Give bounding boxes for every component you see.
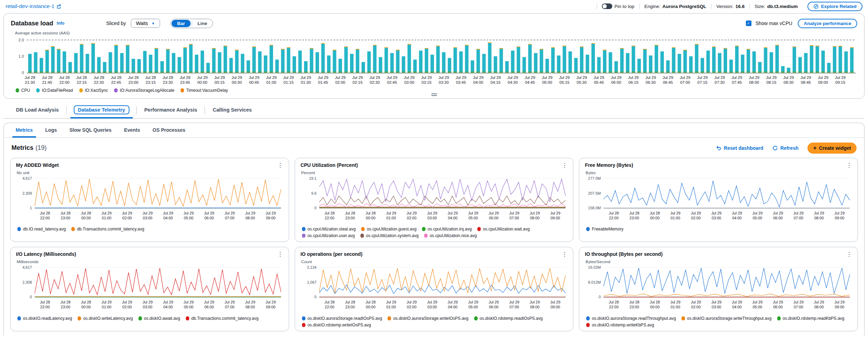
- svg-text:Jul 29: Jul 29: [163, 300, 173, 304]
- show-max-vcpu-checkbox[interactable]: ✓: [746, 21, 751, 26]
- legend-item[interactable]: os.cpuUtilization.guest.avg: [361, 227, 416, 232]
- subtab-os-processes[interactable]: OS Processes: [146, 123, 192, 137]
- legend-item[interactable]: os.diskIO.auroraStorage.writeThroughput.…: [682, 316, 772, 321]
- svg-text:Jul 29: Jul 29: [163, 211, 173, 215]
- legend-item[interactable]: IO:AuroraStorageLogAllocate: [114, 88, 174, 93]
- legend-item[interactable]: db.Transactions.commit_latency.avg: [186, 316, 258, 321]
- widget-menu-button[interactable]: ⋮: [559, 161, 570, 170]
- legend-label: db.Transactions.commit_latency.avg: [191, 316, 258, 321]
- svg-text:Jul 29: Jul 29: [245, 211, 255, 215]
- legend-item[interactable]: os.diskIO.rdstemp.readIOsPS.avg: [474, 316, 543, 321]
- svg-text:Jul 29: Jul 29: [184, 211, 194, 215]
- instance-title-link[interactable]: retail-dev-instance-1: [6, 3, 61, 9]
- analyze-performance-button[interactable]: Analyze performance: [798, 19, 857, 28]
- legend-item[interactable]: os.cpuUtilization.irq.avg: [422, 227, 472, 232]
- widget-chart[interactable]: 277.0M207.5M158.0MJul 2822:00Jul 2823:00…: [585, 175, 852, 226]
- svg-text:00:15: 00:15: [215, 80, 225, 84]
- tab-performance-analysis[interactable]: Performance Analysis: [137, 103, 205, 117]
- widget-chart[interactable]: 2,1341,0670Jul 2822:00Jul 2823:00Jul 280…: [301, 264, 568, 315]
- legend-label: os.cpuUtilization.guest.avg: [367, 227, 416, 232]
- legend-item[interactable]: os.diskIO.readLatency.avg: [17, 316, 72, 321]
- refresh-button[interactable]: Refresh: [772, 145, 798, 151]
- refresh-icon: [772, 145, 778, 151]
- svg-text:Jul 28: Jul 28: [40, 211, 50, 215]
- legend-item[interactable]: IO:XactSync: [79, 88, 108, 93]
- svg-text:09:00: 09:00: [818, 80, 828, 84]
- widget-chart[interactable]: 4,6172,3091Jul 2822:00Jul 2823:00Jul 280…: [16, 175, 283, 226]
- metrics-count: (19): [35, 144, 47, 152]
- svg-text:02:00: 02:00: [407, 305, 416, 309]
- legend-item[interactable]: os.cpuUtilization.system.avg: [360, 233, 419, 238]
- svg-text:Jul 29: Jul 29: [266, 211, 276, 215]
- subtab-slow-sql-queries[interactable]: Slow SQL Queries: [63, 123, 118, 137]
- svg-text:07:45: 07:45: [732, 80, 742, 84]
- database-load-controls: ✓ Show max vCPU Analyze performance: [746, 19, 857, 28]
- svg-text:07:00: 07:00: [794, 216, 803, 220]
- subtab-metrics[interactable]: Metrics: [9, 123, 39, 137]
- legend-item[interactable]: CPU: [16, 88, 30, 93]
- legend-color-chip: [17, 316, 21, 320]
- svg-text:23:45: 23:45: [180, 80, 190, 84]
- sliced-by-dropdown[interactable]: Waits ▼: [131, 19, 160, 28]
- legend-item[interactable]: IO:DataFileRead: [36, 88, 73, 93]
- widget-menu-button[interactable]: ⋮: [559, 250, 570, 259]
- legend-item[interactable]: FreeableMemory: [586, 227, 623, 232]
- explore-related-button[interactable]: Explore Related: [807, 2, 862, 11]
- subtab-logs[interactable]: Logs: [39, 123, 63, 137]
- database-load-chart[interactable]: 2.01.00Jul 2821:30Jul 2821:45Jul 2822:00…: [11, 36, 857, 88]
- svg-text:04:00: 04:00: [164, 216, 173, 220]
- widget-chart[interactable]: 19.19.60Jul 2822:00Jul 2823:00Jul 2800:0…: [301, 175, 568, 226]
- widget-unit-label: Milliseconds: [17, 260, 283, 264]
- info-link[interactable]: Info: [57, 21, 64, 26]
- legend-item[interactable]: os.cpuUtilization.nice.avg: [424, 233, 477, 238]
- widget-menu-button[interactable]: ⋮: [843, 161, 855, 170]
- legend-item[interactable]: os.cpuUtilization.wait.avg: [477, 227, 530, 232]
- svg-text:0: 0: [22, 71, 24, 75]
- tab-label: Logs: [45, 127, 57, 133]
- bar-toggle-option[interactable]: Bar: [172, 20, 191, 27]
- svg-text:23:00: 23:00: [128, 80, 138, 84]
- legend-item[interactable]: os.diskIO.rdstemp.writeKbPS.avg: [586, 323, 654, 327]
- pin-to-top-toggle[interactable]: [602, 3, 612, 9]
- widget-menu-button[interactable]: ⋮: [274, 250, 286, 259]
- legend-item[interactable]: os.diskIO.auroraStorage.readIOsPS.avg: [302, 316, 382, 321]
- legend-color-chip: [302, 316, 305, 320]
- legend-item[interactable]: os.diskIO.rdstemp.readKbPS.avg: [777, 316, 844, 321]
- svg-text:Jul 29: Jul 29: [783, 75, 794, 80]
- legend-item[interactable]: os.diskIO.auroraStorage.readThroughput.a…: [586, 316, 676, 321]
- svg-text:06:00: 06:00: [773, 216, 783, 220]
- svg-text:05:30: 05:30: [577, 80, 587, 84]
- legend-item[interactable]: db.IO.read_latency.avg: [17, 227, 66, 232]
- instance-title: retail-dev-instance-1: [6, 3, 54, 9]
- widget-chart[interactable]: 16.02M8.012M0Jul 2822:00Jul 2823:00Jul 2…: [585, 264, 852, 315]
- create-widget-button[interactable]: + Create widget: [807, 143, 857, 154]
- tab-database-telemetry[interactable]: Database Telemetry: [67, 102, 136, 118]
- legend-item[interactable]: os.diskIO.rdstemp.writeIOsPS.avg: [302, 323, 371, 327]
- reset-dashboard-button[interactable]: Reset dashboard: [716, 145, 764, 151]
- legend-item[interactable]: Timeout:VacuumDelay: [181, 88, 228, 93]
- subtab-events[interactable]: Events: [118, 123, 146, 137]
- legend-item[interactable]: os.diskIO.await.avg: [138, 316, 180, 321]
- legend-label: os.diskIO.auroraStorage.readIOsPS.avg: [308, 316, 382, 321]
- svg-text:Jul 29: Jul 29: [214, 75, 225, 80]
- svg-text:02:00: 02:00: [122, 216, 132, 220]
- widget-menu-button[interactable]: ⋮: [843, 250, 855, 259]
- svg-text:Jul 28: Jul 28: [609, 211, 619, 215]
- svg-text:0: 0: [599, 295, 601, 299]
- legend-color-chip: [138, 316, 142, 320]
- legend-item[interactable]: os.diskIO.auroraStorage.writeIOsPS.avg: [388, 316, 468, 321]
- widget-menu-button[interactable]: ⋮: [274, 161, 286, 170]
- tab-calling-services[interactable]: Calling Services: [205, 103, 259, 117]
- tab-db-load-analysis[interactable]: DB Load Analysis: [8, 103, 66, 117]
- segment-divider: [192, 21, 192, 26]
- svg-text:05:00: 05:00: [184, 305, 193, 309]
- legend-item[interactable]: db.Transactions.commit_latency.avg: [71, 227, 144, 232]
- svg-text:Jul 29: Jul 29: [749, 75, 759, 80]
- legend-item[interactable]: os.cpuUtilization.user.avg: [302, 233, 355, 238]
- resize-handle[interactable]: [431, 94, 437, 96]
- legend-item[interactable]: os.diskIO.writeLatency.avg: [78, 316, 133, 321]
- legend-item[interactable]: os.cpuUtilization.steal.avg: [302, 227, 356, 232]
- widget-chart[interactable]: 4,6172,3080Jul 2822:00Jul 2823:00Jul 280…: [16, 264, 283, 315]
- svg-text:Jul 28: Jul 28: [128, 75, 139, 80]
- line-toggle-option[interactable]: Line: [193, 20, 212, 27]
